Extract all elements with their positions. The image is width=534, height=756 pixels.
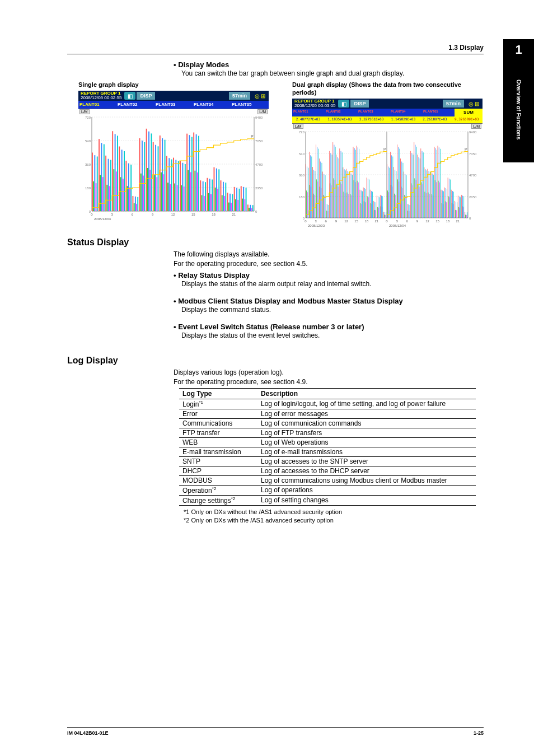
svg-rect-242	[357, 146, 357, 218]
svg-rect-339	[415, 145, 416, 218]
svg-rect-321	[403, 163, 404, 218]
section-header: 1.3 Display	[448, 44, 484, 52]
svg-rect-326	[406, 175, 407, 218]
svg-rect-322	[404, 172, 404, 218]
svg-rect-219	[341, 151, 341, 218]
svg-rect-209	[334, 145, 335, 218]
svg-rect-115	[223, 182, 224, 211]
svg-rect-353	[425, 192, 425, 218]
log-col2: Description	[257, 388, 476, 399]
svg-rect-65	[155, 145, 156, 211]
svg-text:15: 15	[354, 220, 358, 223]
svg-rect-318	[401, 187, 401, 218]
svg-rect-299	[388, 167, 388, 218]
svg-rect-367	[434, 147, 435, 218]
svg-text:2350: 2350	[255, 186, 263, 190]
svg-rect-51	[136, 204, 137, 211]
svg-rect-137	[252, 205, 254, 211]
event-level-desc: Displays the status of the event level s…	[181, 331, 484, 340]
svg-rect-102	[205, 182, 206, 211]
svg-text:21: 21	[232, 213, 236, 216]
svg-rect-284	[385, 212, 385, 218]
single-bar-chart: 0180360540720023504700705094000369121518…	[78, 109, 269, 221]
svg-rect-281	[382, 197, 383, 218]
svg-text:360: 360	[299, 174, 305, 177]
svg-rect-241	[355, 150, 356, 218]
svg-rect-358	[428, 193, 429, 218]
svg-rect-199	[327, 204, 327, 218]
svg-rect-386	[447, 189, 447, 218]
section-header-rule	[67, 54, 484, 54]
svg-rect-106	[210, 194, 212, 211]
svg-rect-415	[466, 215, 467, 218]
svg-rect-41	[123, 179, 124, 211]
svg-rect-323	[404, 195, 405, 218]
svg-rect-254	[364, 188, 365, 218]
svg-rect-132	[246, 188, 247, 211]
svg-rect-119	[228, 203, 229, 211]
svg-rect-416	[467, 213, 467, 218]
svg-rect-23	[99, 139, 100, 211]
svg-rect-304	[391, 156, 392, 218]
svg-text:4700: 4700	[255, 163, 263, 166]
svg-rect-111	[217, 189, 218, 211]
disp-button: DISP	[350, 100, 369, 108]
svg-rect-298	[387, 191, 388, 218]
svg-rect-54	[140, 174, 142, 211]
svg-rect-203	[330, 184, 330, 218]
svg-rect-360	[429, 194, 430, 218]
svg-rect-37	[117, 136, 118, 211]
svg-rect-48	[133, 196, 134, 211]
svg-rect-374	[439, 148, 439, 218]
svg-rect-235	[352, 195, 352, 218]
svg-text:9: 9	[416, 220, 419, 223]
svg-rect-262	[370, 190, 371, 218]
table-row: E-mail transmissionLog of e-mail transmi…	[179, 447, 476, 456]
svg-rect-94	[194, 171, 195, 211]
svg-rect-343	[418, 185, 418, 218]
svg-rect-409	[462, 196, 463, 218]
table-row: Login*1Log of login/logout, log of time …	[179, 399, 476, 409]
svg-rect-93	[193, 133, 194, 211]
svg-rect-385	[446, 203, 447, 218]
svg-rect-36	[116, 171, 117, 211]
svg-rect-373	[438, 181, 439, 218]
svg-text:P: P	[251, 134, 254, 138]
svg-rect-301	[389, 168, 390, 218]
svg-text:9: 9	[152, 213, 154, 216]
svg-rect-271	[376, 203, 376, 218]
svg-rect-272	[377, 196, 377, 218]
svg-text:0: 0	[386, 220, 388, 223]
svg-rect-402	[458, 196, 458, 218]
svg-rect-178	[313, 194, 313, 218]
svg-rect-79	[174, 184, 175, 211]
svg-rect-243	[357, 181, 358, 218]
svg-rect-297	[387, 165, 387, 218]
svg-rect-309	[395, 170, 395, 218]
svg-rect-180	[314, 195, 315, 218]
svg-rect-205	[331, 185, 332, 218]
svg-rect-331	[410, 205, 410, 218]
svg-rect-214	[338, 157, 338, 218]
svg-rect-399	[456, 202, 456, 218]
svg-text:360: 360	[85, 163, 91, 166]
svg-rect-260	[368, 198, 369, 218]
svg-rect-366	[433, 175, 434, 218]
svg-rect-384	[446, 188, 446, 218]
svg-rect-120	[229, 194, 231, 211]
svg-rect-56	[143, 176, 144, 211]
svg-rect-240	[355, 183, 355, 218]
svg-rect-231	[349, 172, 349, 218]
svg-rect-25	[101, 143, 102, 211]
status-display-heading: Status Display	[67, 237, 484, 248]
svg-rect-361	[430, 172, 430, 218]
svg-rect-81	[177, 185, 178, 211]
svg-rect-276	[379, 198, 380, 218]
svg-rect-234	[351, 174, 352, 218]
svg-text:720: 720	[85, 116, 91, 119]
svg-rect-306	[392, 157, 393, 218]
svg-rect-202	[329, 151, 330, 218]
time-box: 57min	[229, 92, 250, 100]
svg-rect-302	[390, 152, 391, 218]
svg-rect-225	[345, 193, 345, 218]
